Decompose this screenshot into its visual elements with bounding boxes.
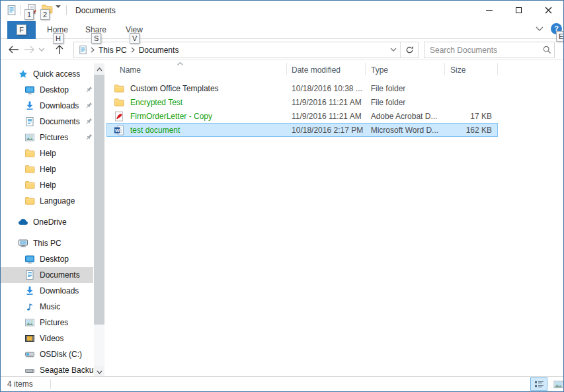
recent-locations-dropdown[interactable]: [36, 42, 47, 57]
items-count: 4 items: [7, 377, 33, 391]
folder-icon: [114, 97, 124, 108]
disk-icon: [24, 349, 35, 360]
sidebar-item-desktop[interactable]: Desktop: [1, 251, 106, 267]
sidebar-item-label: Pictures: [40, 133, 68, 142]
close-button[interactable]: [534, 1, 563, 20]
sidebar-item-quick-access[interactable]: Quick access: [1, 66, 106, 82]
file-row-custom-office-templates[interactable]: Custom Office Templates10/18/2016 10:38 …: [106, 81, 498, 95]
downloads-icon: [24, 100, 35, 111]
keytip-qat-1: 1: [24, 9, 34, 20]
file-name: Encrypted Test: [130, 98, 182, 107]
large-icons-view-icon: [553, 379, 563, 389]
pin-icon: [84, 85, 93, 95]
svg-text:W: W: [115, 127, 120, 133]
desktop-icon: [24, 85, 35, 95]
sidebar-item-videos[interactable]: Videos: [1, 331, 106, 346]
scroll-up-button[interactable]: [94, 63, 104, 75]
sidebar-item-language[interactable]: Language: [1, 193, 106, 209]
sidebar-item-music[interactable]: Music: [1, 299, 106, 315]
breadcrumb-documents[interactable]: Documents: [138, 46, 181, 55]
desktop-icon: [24, 254, 35, 264]
sidebar-item-onedrive[interactable]: OneDrive: [1, 214, 106, 230]
forward-button[interactable]: [22, 42, 36, 57]
folder-icon: [24, 164, 35, 175]
titlebar-separator: [20, 5, 21, 15]
sidebar-item-downloads[interactable]: Downloads: [1, 98, 106, 114]
titlebar: Documents: [1, 1, 563, 20]
pin-icon: [84, 133, 93, 142]
scrollbar-thumb[interactable]: [94, 75, 104, 325]
file-name-cell: Encrypted Test: [107, 97, 287, 108]
close-icon: [545, 7, 552, 14]
sidebar-item-label: Desktop: [40, 85, 69, 95]
pdf-icon: [114, 111, 124, 122]
address-dropdown-button[interactable]: [387, 48, 400, 52]
sidebar-item-help[interactable]: Help: [1, 161, 106, 177]
file-type: File folder: [366, 98, 445, 107]
statusbar: 4 items: [1, 376, 563, 391]
documents-icon: [24, 116, 35, 127]
chevron-down-icon: [38, 48, 45, 52]
refresh-button[interactable]: [401, 46, 418, 54]
sidebar-item-label: Help: [40, 149, 56, 158]
refresh-icon: [405, 46, 414, 54]
sidebar-item-documents[interactable]: Documents: [1, 267, 93, 283]
minimize-button[interactable]: [474, 1, 504, 20]
sidebar-scrollbar[interactable]: [94, 63, 104, 377]
sidebar-item-label: OneDrive: [33, 217, 67, 227]
file-date-modified: 10/18/2016 10:38 ...: [287, 84, 366, 93]
sidebar-item-label: This PC: [33, 239, 61, 248]
pin-icon: [84, 101, 93, 110]
breadcrumb-this-pc[interactable]: This PC: [97, 46, 128, 55]
sidebar-item-label: Documents: [40, 270, 80, 280]
address-row: This PC Documents: [1, 39, 563, 60]
sidebar-item-label: Desktop: [40, 255, 69, 264]
downloads-icon: [24, 286, 35, 296]
sidebar-item-pictures[interactable]: Pictures: [1, 315, 106, 331]
column-header-date-modified[interactable]: Date modified: [287, 60, 366, 80]
column-header-size[interactable]: Size: [445, 60, 498, 80]
column-header-name[interactable]: Name: [106, 60, 287, 80]
file-row-encrypted-test[interactable]: Encrypted Test11/9/2016 11:21 AMFile fol…: [106, 95, 498, 109]
file-date-modified: 11/9/2016 11:21 AM: [287, 98, 366, 107]
keytip-home: H: [53, 33, 63, 44]
sidebar-items: Quick accessDesktopDownloadsDocumentsPic…: [1, 66, 106, 378]
expand-ribbon-chevron-icon[interactable]: [535, 26, 544, 32]
sidebar-item-osdisk-c[interactable]: OSDisk (C:): [1, 346, 106, 362]
address-bar[interactable]: This PC Documents: [73, 42, 419, 58]
back-button[interactable]: [6, 42, 20, 57]
file-size: 17 KB: [444, 112, 497, 121]
sidebar-item-pictures[interactable]: Pictures: [1, 130, 106, 145]
sidebar-item-label: Help: [40, 165, 56, 174]
maximize-button[interactable]: [504, 1, 534, 20]
keytip-help: E: [556, 31, 564, 42]
folder-icon: [24, 148, 35, 159]
sidebar-item-documents[interactable]: Documents: [1, 114, 106, 130]
sidebar-item-label: Documents: [40, 117, 80, 126]
videos-icon: [24, 333, 35, 344]
sidebar-item-help[interactable]: Help: [1, 177, 106, 193]
pictures-icon: [24, 132, 35, 143]
sidebar-item-desktop[interactable]: Desktop: [1, 82, 106, 98]
sidebar-item-this-pc[interactable]: This PC: [1, 235, 106, 251]
file-type: Microsoft Word D...: [366, 126, 445, 135]
sidebar-item-downloads[interactable]: Downloads: [1, 283, 106, 299]
file-row-test-document[interactable]: Wtest document10/18/2016 2:17 PMMicrosof…: [106, 123, 498, 137]
details-view-button[interactable]: [530, 377, 547, 391]
file-row-firmorderletter-copy[interactable]: FirmOrderLetter - Copy11/9/2016 11:21 AM…: [106, 109, 498, 123]
file-rows: Custom Office Templates10/18/2016 10:38 …: [106, 81, 498, 137]
pin-icon: [84, 117, 93, 126]
large-icons-view-button[interactable]: [549, 377, 564, 391]
file-size: 162 KB: [444, 126, 497, 135]
column-header-type[interactable]: Type: [366, 60, 445, 80]
up-button[interactable]: [52, 42, 67, 57]
back-arrow-icon: [8, 45, 19, 54]
forward-arrow-icon: [24, 45, 35, 54]
sidebar-item-label: Quick access: [33, 69, 80, 79]
sidebar-item-help[interactable]: Help: [1, 145, 106, 161]
sidebar-item-label: Downloads: [40, 286, 79, 295]
search-input[interactable]: [424, 46, 540, 55]
tab-file[interactable]: F: [7, 21, 36, 39]
thispc-icon: [18, 238, 28, 249]
qat-customize-dropdown[interactable]: [56, 8, 62, 17]
